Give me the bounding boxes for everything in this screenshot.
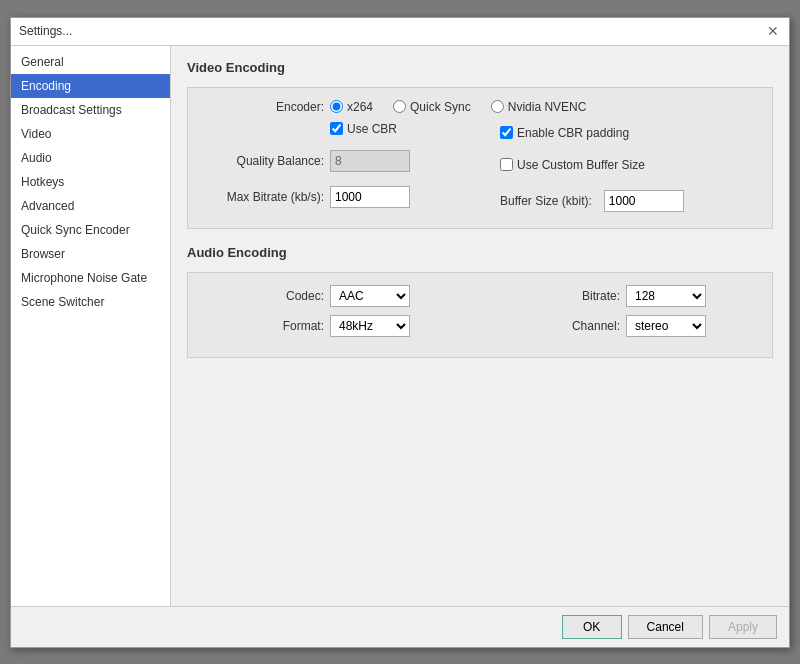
quality-balance-row: Quality Balance: bbox=[204, 150, 460, 172]
encoder-quicksync-text: Quick Sync bbox=[410, 100, 471, 114]
encoder-label: Encoder: bbox=[204, 100, 324, 114]
encoder-radio-group: x264 Quick Sync Nvidia NVENC bbox=[330, 100, 586, 114]
encoder-quicksync-label[interactable]: Quick Sync bbox=[393, 100, 471, 114]
title-bar: Settings... ✕ bbox=[11, 18, 789, 46]
settings-dialog: Settings... ✕ General Encoding Broadcast… bbox=[10, 17, 790, 648]
encoder-x264-text: x264 bbox=[347, 100, 373, 114]
buffersize-right: Buffer Size (kbit): bbox=[500, 186, 756, 216]
enable-cbr-padding-label[interactable]: Enable CBR padding bbox=[500, 126, 629, 140]
bitrate-label: Bitrate: bbox=[500, 289, 620, 303]
sidebar-item-quick-sync-encoder[interactable]: Quick Sync Encoder bbox=[11, 218, 170, 242]
cancel-button[interactable]: Cancel bbox=[628, 615, 703, 639]
sidebar-item-scene-switcher[interactable]: Scene Switcher bbox=[11, 290, 170, 314]
cbr-right: Enable CBR padding bbox=[500, 122, 756, 144]
quality-balance-input bbox=[330, 150, 410, 172]
audio-left: Codec: AAC MP3 Format: 48kHz 44kHz bbox=[204, 285, 460, 345]
codec-row: Codec: AAC MP3 bbox=[204, 285, 460, 307]
channel-row: Channel: stereo mono bbox=[500, 315, 756, 337]
encoder-x264-radio[interactable] bbox=[330, 100, 343, 113]
quality-left: Quality Balance: bbox=[204, 150, 460, 180]
encoder-nvenc-label[interactable]: Nvidia NVENC bbox=[491, 100, 587, 114]
sidebar-item-hotkeys[interactable]: Hotkeys bbox=[11, 170, 170, 194]
video-encoding-title: Video Encoding bbox=[187, 60, 773, 75]
encoder-nvenc-text: Nvidia NVENC bbox=[508, 100, 587, 114]
bitrate-row: Bitrate: 128 192 256 320 bbox=[500, 285, 756, 307]
bitrate-buffersize-row: Max Bitrate (kb/s): Buffer Size (kbit): bbox=[204, 186, 756, 216]
max-bitrate-input[interactable] bbox=[330, 186, 410, 208]
dialog-body: General Encoding Broadcast Settings Vide… bbox=[11, 46, 789, 606]
audio-encoding-title: Audio Encoding bbox=[187, 245, 773, 260]
encoder-row: Encoder: x264 Quick Sync Nvidia NVENC bbox=[204, 100, 756, 114]
quality-balance-label: Quality Balance: bbox=[204, 154, 324, 168]
encoder-quicksync-radio[interactable] bbox=[393, 100, 406, 113]
apply-button[interactable]: Apply bbox=[709, 615, 777, 639]
sidebar-item-microphone-noise-gate[interactable]: Microphone Noise Gate bbox=[11, 266, 170, 290]
use-cbr-row: Use CBR bbox=[204, 122, 460, 136]
bitrate-select[interactable]: 128 192 256 320 bbox=[626, 285, 706, 307]
sidebar: General Encoding Broadcast Settings Vide… bbox=[11, 46, 171, 606]
audio-right: Bitrate: 128 192 256 320 Channel: s bbox=[500, 285, 756, 345]
quality-right: Use Custom Buffer Size bbox=[500, 150, 756, 180]
dialog-footer: OK Cancel Apply bbox=[11, 606, 789, 647]
encoder-x264-label[interactable]: x264 bbox=[330, 100, 373, 114]
sidebar-item-broadcast-settings[interactable]: Broadcast Settings bbox=[11, 98, 170, 122]
codec-label: Codec: bbox=[204, 289, 324, 303]
main-content: Video Encoding Encoder: x264 Quick Sync bbox=[171, 46, 789, 606]
sidebar-item-audio[interactable]: Audio bbox=[11, 146, 170, 170]
format-label: Format: bbox=[204, 319, 324, 333]
video-encoding-box: Encoder: x264 Quick Sync Nvidia NVENC bbox=[187, 87, 773, 229]
sidebar-item-advanced[interactable]: Advanced bbox=[11, 194, 170, 218]
format-row: Format: 48kHz 44kHz bbox=[204, 315, 460, 337]
codec-select[interactable]: AAC MP3 bbox=[330, 285, 410, 307]
sidebar-item-encoding[interactable]: Encoding bbox=[11, 74, 170, 98]
use-custom-buffer-checkbox[interactable] bbox=[500, 158, 513, 171]
buffer-size-input[interactable] bbox=[604, 190, 684, 212]
sidebar-item-video[interactable]: Video bbox=[11, 122, 170, 146]
enable-cbr-padding-text: Enable CBR padding bbox=[517, 126, 629, 140]
max-bitrate-row: Max Bitrate (kb/s): bbox=[204, 186, 460, 208]
format-select[interactable]: 48kHz 44kHz bbox=[330, 315, 410, 337]
buffer-size-label: Buffer Size (kbit): bbox=[500, 194, 592, 208]
ok-button[interactable]: OK bbox=[562, 615, 622, 639]
quality-buffer-row: Quality Balance: Use Custom Buffer Size bbox=[204, 150, 756, 180]
use-cbr-label[interactable]: Use CBR bbox=[330, 122, 397, 136]
audio-row: Codec: AAC MP3 Format: 48kHz 44kHz bbox=[204, 285, 756, 345]
channel-label: Channel: bbox=[500, 319, 620, 333]
enable-cbr-padding-checkbox[interactable] bbox=[500, 126, 513, 139]
channel-select[interactable]: stereo mono bbox=[626, 315, 706, 337]
max-bitrate-label: Max Bitrate (kb/s): bbox=[204, 190, 324, 204]
bitrate-left: Max Bitrate (kb/s): bbox=[204, 186, 460, 216]
sidebar-item-general[interactable]: General bbox=[11, 50, 170, 74]
close-button[interactable]: ✕ bbox=[765, 23, 781, 39]
window-title: Settings... bbox=[19, 24, 72, 38]
cbr-left: Use CBR bbox=[204, 122, 460, 144]
cbr-row: Use CBR Enable CBR padding bbox=[204, 122, 756, 144]
use-custom-buffer-text: Use Custom Buffer Size bbox=[517, 158, 645, 172]
use-cbr-text: Use CBR bbox=[347, 122, 397, 136]
use-cbr-checkbox[interactable] bbox=[330, 122, 343, 135]
audio-encoding-box: Codec: AAC MP3 Format: 48kHz 44kHz bbox=[187, 272, 773, 358]
encoder-nvenc-radio[interactable] bbox=[491, 100, 504, 113]
sidebar-item-browser[interactable]: Browser bbox=[11, 242, 170, 266]
use-custom-buffer-label[interactable]: Use Custom Buffer Size bbox=[500, 158, 645, 172]
